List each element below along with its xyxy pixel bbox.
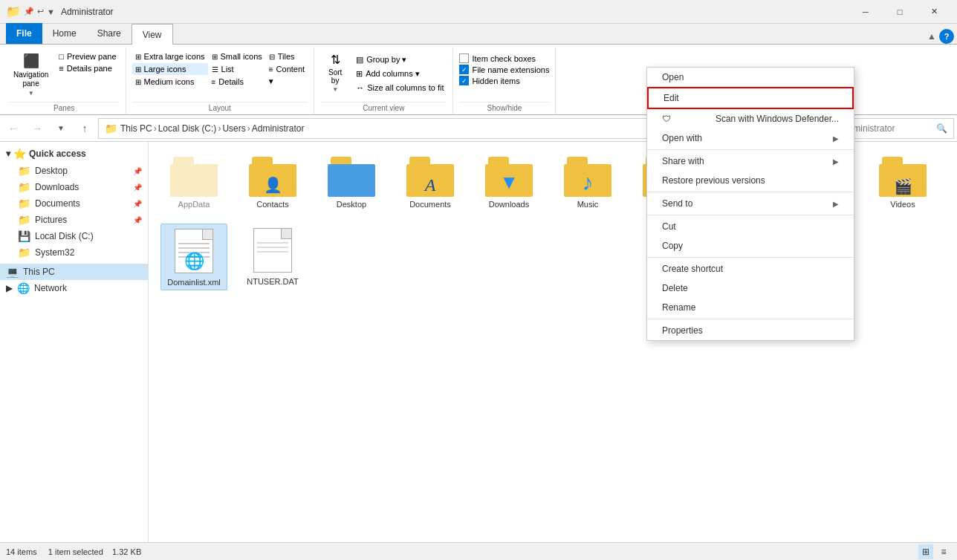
title-bar: 📁 📌 ↩ ▼ Administrator ─ □ ✕: [0, 0, 957, 24]
list-btn[interactable]: ☰ List: [209, 63, 265, 75]
details-btn[interactable]: ≡ Details: [209, 76, 265, 88]
ctx-sharewith[interactable]: Share with ▶: [647, 152, 854, 171]
preview-pane-btn[interactable]: □ Preview pane: [56, 51, 119, 62]
si-label: Small icons: [221, 52, 262, 61]
ctx-sendto-arrow: ▶: [833, 200, 839, 208]
file-item-appdata[interactable]: AppData: [160, 154, 227, 212]
size-all-btn[interactable]: ↔ Size all columns to fit: [353, 82, 447, 94]
ctx-restore-label: Restore previous versions: [662, 175, 765, 186]
videos-icon: 🎬: [879, 157, 927, 197]
sort-by-btn[interactable]: ⇅ Sortby ▼: [320, 51, 350, 95]
add-columns-btn[interactable]: ⊞ Add columns ▾: [353, 68, 447, 80]
panes-label: Panes: [9, 102, 120, 114]
ctx-copy[interactable]: Copy: [647, 236, 854, 255]
layout-col3: ⊟ Tiles ≡ Content ▼: [266, 51, 308, 87]
help-button[interactable]: ?: [939, 29, 954, 44]
sidebar-item-network[interactable]: ▶ 🌐 Network: [0, 280, 148, 296]
qa-icon: ⭐: [13, 148, 26, 160]
back-button[interactable]: ←: [3, 118, 24, 139]
file-item-ntuser[interactable]: NTUSER.DAT: [239, 224, 306, 290]
file-item-domainlist[interactable]: 🌐 Domainlist.xml: [160, 224, 227, 290]
ctx-edit[interactable]: Edit: [647, 87, 854, 109]
thispc-icon: 💻: [6, 266, 19, 278]
ctx-restore[interactable]: Restore previous versions: [647, 171, 854, 190]
tab-file[interactable]: File: [6, 23, 42, 44]
ls-icon: ☰: [212, 65, 218, 74]
forward-button[interactable]: →: [27, 118, 48, 139]
nav-pane-arrow: ▼: [28, 90, 34, 97]
item-checkboxes[interactable]: Item check boxes: [459, 53, 549, 63]
el-label: Extra large icons: [144, 52, 205, 61]
view-label: Current view: [320, 102, 447, 114]
desktop-folder-icon: 📁: [18, 165, 30, 177]
small-icons-btn[interactable]: ⊞ Small icons: [209, 51, 265, 62]
group-by-btn[interactable]: ▤ Group by ▾: [353, 53, 447, 66]
ctx-cut[interactable]: Cut: [647, 217, 854, 236]
details-icon: ≡: [59, 64, 63, 73]
details-label: Details pane: [67, 64, 112, 73]
tab-share[interactable]: Share: [87, 23, 132, 44]
layout-col2: ⊞ Small icons ☰ List ≡ Details: [209, 51, 265, 88]
layout-expand[interactable]: ▼: [266, 76, 308, 87]
details-pane-btn[interactable]: ≡ Details pane: [56, 62, 119, 74]
system32-icon: 📁: [18, 247, 30, 258]
medium-icons-btn[interactable]: ⊞ Medium icons: [132, 76, 208, 88]
pin-icon-downloads: 📌: [133, 183, 142, 192]
file-item-desktop[interactable]: Desktop: [318, 154, 385, 212]
sidebar-item-pictures[interactable]: 📁 Pictures 📌: [0, 212, 148, 228]
quick-access-section: ▾ ⭐ Quick access 📁 Desktop 📌 📁 Downloads…: [0, 145, 148, 261]
maximize-button[interactable]: □: [883, 0, 917, 24]
pin-icon-documents: 📌: [133, 200, 142, 208]
breadcrumb-users[interactable]: Users: [222, 123, 245, 134]
ctx-sendto[interactable]: Send to ▶: [647, 194, 854, 213]
ctx-scan[interactable]: 🛡 Scan with Windows Defender...: [647, 109, 854, 128]
large-icons-view-btn[interactable]: ⊞: [918, 544, 933, 559]
up-button[interactable]: ↑: [74, 118, 95, 139]
tab-home[interactable]: Home: [42, 23, 87, 44]
file-item-videos[interactable]: 🎬 Videos: [869, 154, 936, 212]
tab-view[interactable]: View: [132, 24, 173, 45]
ctx-createshortcut-label: Create shortcut: [662, 264, 723, 274]
undo-btn[interactable]: ↩: [37, 7, 44, 16]
large-icons-btn[interactable]: ⊞ Large icons: [132, 63, 208, 75]
recent-btn[interactable]: ▼: [51, 118, 71, 139]
breadcrumb-localdisk[interactable]: Local Disk (C:): [158, 123, 217, 134]
sort-arrow: ▼: [332, 86, 338, 93]
collapse-ribbon-btn[interactable]: ▲: [927, 31, 936, 42]
quick-access-btn[interactable]: 📌: [24, 7, 34, 16]
content-btn[interactable]: ≡ Content: [266, 63, 308, 75]
minimize-button[interactable]: ─: [849, 0, 883, 24]
details-view-btn[interactable]: ≡: [936, 544, 951, 559]
file-ext-cb[interactable]: ✓ File name extensions: [459, 65, 549, 74]
ctx-properties[interactable]: Properties: [647, 321, 854, 340]
sidebar-item-desktop[interactable]: 📁 Desktop 📌: [0, 163, 148, 179]
preview-label: Preview pane: [67, 52, 117, 61]
extra-large-icons-btn[interactable]: ⊞ Extra large icons: [132, 51, 208, 62]
properties-btn[interactable]: ▼: [47, 7, 55, 16]
selection-info: 1 item selected: [48, 547, 103, 556]
sidebar-item-thispc[interactable]: 💻 This PC: [0, 264, 148, 280]
network-arrow: ▶: [6, 283, 13, 293]
ctx-open[interactable]: Open: [647, 68, 854, 87]
ctx-rename[interactable]: Rename: [647, 298, 854, 317]
sidebar-item-downloads[interactable]: 📁 Downloads 📌: [0, 179, 148, 195]
sidebar-item-localdisk[interactable]: 💾 Local Disk (C:): [0, 228, 148, 244]
navigation-pane-btn[interactable]: ⬛ Navigationpane ▼: [9, 51, 53, 99]
file-item-contacts[interactable]: 👤 Contacts: [239, 154, 306, 212]
sidebar-item-system32[interactable]: 📁 System32: [0, 244, 148, 261]
hidden-items-cb[interactable]: ✓ Hidden items: [459, 76, 549, 85]
ctx-openwith[interactable]: Open with ▶: [647, 128, 854, 148]
dt-icon: ≡: [212, 78, 216, 86]
file-item-downloads[interactable]: ▼ Downloads: [476, 154, 542, 212]
ctx-delete[interactable]: Delete: [647, 279, 854, 298]
breadcrumb-thispc[interactable]: This PC: [120, 123, 152, 134]
quick-access-header[interactable]: ▾ ⭐ Quick access: [0, 145, 148, 163]
sidebar-item-documents[interactable]: 📁 Documents 📌: [0, 195, 148, 212]
tiles-btn[interactable]: ⊟ Tiles: [266, 51, 308, 62]
breadcrumb-admin[interactable]: Administrator: [252, 123, 305, 134]
file-item-documents[interactable]: A Documents: [397, 154, 464, 212]
documents-folder-icon: 📁: [18, 198, 30, 209]
ctx-createshortcut[interactable]: Create shortcut: [647, 259, 854, 279]
close-button[interactable]: ✕: [917, 0, 951, 24]
file-item-music[interactable]: ♪ Music: [554, 154, 621, 212]
